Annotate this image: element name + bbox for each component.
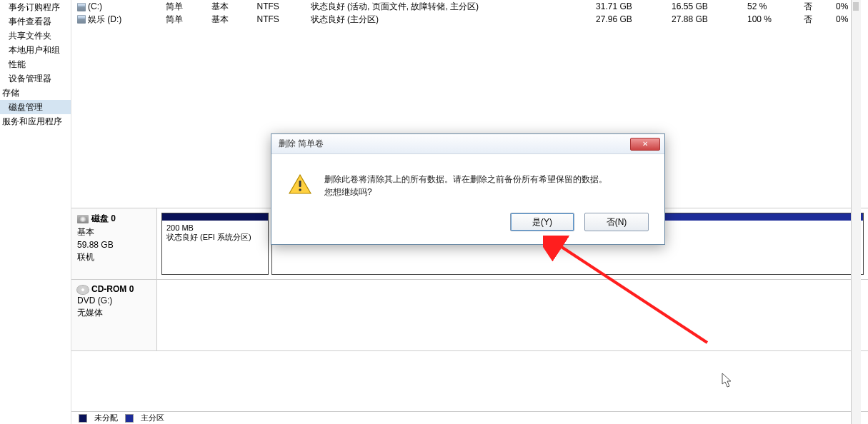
cdrom-row: CD-ROM 0 DVD (G:) 无媒体 [71, 280, 868, 351]
cd-icon [77, 286, 89, 294]
volume-status: 状态良好 (主分区) [305, 13, 590, 26]
volume-fs: NTFS [251, 13, 305, 26]
scrollbar[interactable] [851, 0, 861, 424]
dialog-title: 删除 简单卷 [279, 138, 324, 150]
volume-status: 状态良好 (活动, 页面文件, 故障转储, 主分区) [305, 0, 590, 13]
sidebar-item-device-manager[interactable]: 设备管理器 [0, 71, 71, 86]
dialog-message-line2: 您想继续吗? [324, 186, 607, 198]
volume-overhead: 0% [830, 0, 868, 13]
volume-ft: 否 [798, 0, 829, 13]
sidebar: 事务订购程序 事件查看器 共享文件夹 本地用户和组 性能 设备管理器 存储 磁盘… [0, 0, 71, 424]
hdd-icon [77, 215, 89, 223]
sidebar-item-shared-folders[interactable]: 共享文件夹 [0, 29, 71, 43]
sidebar-item-event-viewer[interactable]: 事件查看器 [0, 14, 71, 29]
volume-layout: 简单 [160, 0, 206, 13]
cdrom-status: 无媒体 [77, 307, 151, 319]
volume-overhead: 0% [830, 13, 868, 26]
legend-label-unallocated: 未分配 [94, 413, 118, 423]
volume-freepct: 52 % [742, 0, 798, 13]
table-row[interactable]: 娱乐 (D:) 简单 基本 NTFS 状态良好 (主分区) 27.96 GB 2… [71, 13, 868, 26]
partition-stripe [162, 213, 268, 221]
legend: 未分配 主分区 [71, 411, 868, 424]
volume-freepct: 100 % [742, 13, 798, 26]
legend-label-primary: 主分区 [141, 413, 164, 423]
volume-icon [77, 3, 86, 11]
volume-fs: NTFS [251, 0, 305, 13]
volume-free: 27.88 GB [666, 13, 742, 26]
volume-name: 娱乐 (D:) [88, 14, 121, 24]
dialog-message: 删除此卷将清除其上的所有数据。请在删除之前备份所有希望保留的数据。 您想继续吗? [324, 173, 607, 198]
close-icon[interactable] [630, 138, 660, 151]
disk-title: 磁盘 0 [91, 213, 116, 223]
cursor-icon [722, 373, 733, 388]
table-row[interactable]: (C:) 简单 基本 NTFS 状态良好 (活动, 页面文件, 故障转储, 主分… [71, 0, 868, 13]
legend-box-primary [125, 414, 134, 423]
volume-ft: 否 [798, 13, 829, 26]
volume-table: (C:) 简单 基本 NTFS 状态良好 (活动, 页面文件, 故障转储, 主分… [71, 0, 868, 26]
disk-header[interactable]: 磁盘 0 基本 59.88 GB 联机 [71, 208, 157, 279]
sidebar-item-disk-management[interactable]: 磁盘管理 [0, 100, 71, 114]
dialog-titlebar[interactable]: 删除 简单卷 [271, 134, 664, 154]
volume-icon [77, 15, 86, 24]
sidebar-item-services-apps[interactable]: 服务和应用程序 [0, 114, 71, 128]
partition-efi[interactable]: 200 MB 状态良好 (EFI 系统分区) [161, 213, 269, 275]
dialog-message-line1: 删除此卷将清除其上的所有数据。请在删除之前备份所有希望保留的数据。 [324, 173, 607, 186]
volume-free: 16.55 GB [666, 0, 742, 13]
sidebar-item-local-users[interactable]: 本地用户和组 [0, 43, 71, 57]
legend-box-unallocated [79, 414, 87, 423]
partition-size: 200 MB [166, 223, 264, 232]
volume-capacity: 31.71 GB [590, 0, 666, 13]
partition-status: 状态良好 (EFI 系统分区) [166, 232, 264, 243]
disk-capacity: 59.88 GB [77, 240, 151, 250]
volume-type: 基本 [206, 13, 251, 26]
cdrom-header[interactable]: CD-ROM 0 DVD (G:) 无媒体 [71, 280, 157, 350]
disk-type: 基本 [77, 226, 151, 238]
sidebar-item-storage[interactable]: 存储 [0, 86, 71, 100]
yes-button[interactable]: 是(Y) [510, 213, 574, 231]
warning-icon [289, 174, 311, 194]
cdrom-drive: DVD (G:) [77, 296, 151, 306]
volume-name: (C:) [88, 1, 102, 11]
volume-layout: 简单 [160, 13, 206, 26]
disk-status: 联机 [77, 251, 151, 263]
volume-capacity: 27.96 GB [590, 13, 666, 26]
cdrom-title: CD-ROM 0 [91, 284, 134, 294]
volume-type: 基本 [206, 0, 251, 13]
sidebar-item-performance[interactable]: 性能 [0, 57, 71, 71]
svg-rect-1 [299, 181, 301, 187]
svg-point-2 [299, 188, 301, 191]
sidebar-item-task-scheduler[interactable]: 事务订购程序 [0, 0, 71, 14]
delete-volume-dialog: 删除 简单卷 删除此卷将清除其上的所有数据。请在删除之前备份所有希望保留的数据。… [271, 133, 665, 245]
no-button[interactable]: 否(N) [584, 213, 649, 231]
